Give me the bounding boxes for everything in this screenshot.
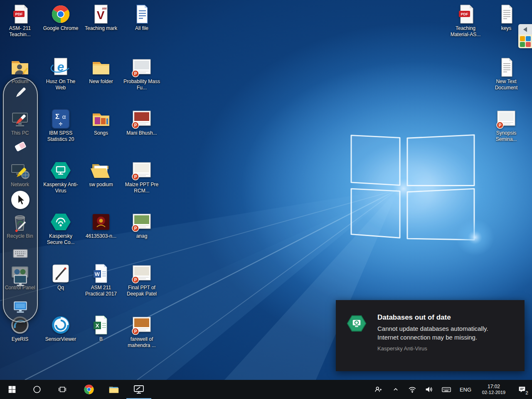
tray-overflow-button[interactable] bbox=[387, 380, 404, 399]
start-button[interactable] bbox=[0, 380, 24, 399]
desktop-icon[interactable]: WASM 211 Practical 2017 bbox=[81, 264, 121, 297]
svg-text:α: α bbox=[62, 113, 66, 120]
red-pen-icon bbox=[12, 111, 29, 128]
desktop-icon[interactable]: Pfarewell of mahendra ... bbox=[122, 315, 162, 348]
desktop-icon[interactable]: Kaspersky Secure Co... bbox=[41, 212, 81, 245]
desktop-icon[interactable]: PProbability Mass Fu... bbox=[122, 57, 162, 91]
ppt-icon: P bbox=[130, 160, 153, 180]
desktop[interactable]: PDFASM- 211 Teachin...PodiumThis PCNetwo… bbox=[0, 0, 532, 380]
network-tray-button[interactable] bbox=[404, 380, 421, 399]
desktop-icon[interactable]: eHusz On The Web bbox=[41, 57, 81, 91]
desktop-icon[interactable]: New Text Document bbox=[486, 57, 526, 91]
toast-text: Databases out of date Cannot update data… bbox=[377, 313, 502, 371]
desktop-icon[interactable]: PMaize PPT Pre RCM... bbox=[122, 160, 162, 194]
red-pen-tool[interactable] bbox=[10, 109, 30, 130]
desktop-icon[interactable]: Kaspersky Anti-Virus bbox=[41, 160, 81, 194]
clock-time: 17:02 bbox=[488, 384, 500, 390]
desktop-icon-label: New folder bbox=[89, 79, 113, 85]
desktop-icon[interactable]: Songs bbox=[81, 109, 121, 136]
desktop-icon-label: Maize PPT Pre RCM... bbox=[122, 182, 161, 194]
pdf-icon: PDF bbox=[8, 4, 32, 24]
desktop-icon-label: Teaching Material-AS... bbox=[446, 25, 485, 37]
desktop-icon[interactable]: sw podium bbox=[81, 160, 121, 188]
windows-logo-icon bbox=[8, 385, 16, 394]
dock-palette-button[interactable] bbox=[518, 34, 532, 48]
desktop-icon[interactable]: New folder bbox=[81, 57, 121, 85]
taskbar-chrome-button[interactable] bbox=[76, 380, 101, 399]
cursor-tool[interactable] bbox=[11, 191, 30, 209]
toast-title: Databases out of date bbox=[377, 313, 502, 322]
dock-collapse-button[interactable] bbox=[518, 24, 532, 34]
desktop-icon-label: Qq bbox=[57, 285, 64, 291]
action-center-button[interactable]: 2 bbox=[512, 380, 532, 399]
blue-tile-icon bbox=[526, 36, 531, 41]
chrome-icon bbox=[49, 4, 72, 24]
desktop-icon[interactable]: PDFASM- 211 Teachin... bbox=[0, 4, 40, 37]
svg-text:P: P bbox=[134, 123, 137, 128]
eraser-tool[interactable] bbox=[10, 136, 30, 157]
desktop-icon[interactable]: All file bbox=[122, 4, 162, 32]
cortana-search-button[interactable] bbox=[24, 380, 50, 399]
vmark-icon: VAM bbox=[89, 4, 113, 24]
desktop-icon-label: Husz On The Web bbox=[41, 79, 80, 91]
cortana-circle-icon bbox=[32, 385, 42, 394]
kaspersky-icon bbox=[346, 313, 367, 371]
task-view-button[interactable] bbox=[50, 380, 75, 399]
svg-text:P: P bbox=[134, 71, 137, 76]
bluedoc-icon bbox=[130, 4, 153, 24]
desktop-icon[interactable]: Σα÷IBM SPSS Statistics 20 bbox=[41, 109, 81, 142]
desktop-icon-label: Probability Mass Fu... bbox=[122, 79, 161, 91]
notification-toast[interactable]: Databases out of date Cannot update data… bbox=[336, 300, 525, 371]
desktop-icon[interactable]: PMani Bhush... bbox=[122, 109, 162, 136]
cursor-icon bbox=[12, 191, 29, 209]
red-tile-icon bbox=[526, 42, 531, 47]
desktop-icon-label: Kaspersky Anti-Virus bbox=[41, 182, 80, 194]
desktop-icon[interactable]: PSynopsis Semina... bbox=[486, 109, 526, 142]
desktop-icon-label: IBM SPSS Statistics 20 bbox=[41, 130, 80, 142]
svg-text:P: P bbox=[134, 329, 137, 334]
display-icon bbox=[12, 298, 29, 316]
ppt-icon: P bbox=[130, 57, 153, 77]
desktop-icon[interactable]: Qq bbox=[41, 264, 81, 291]
volume-tray-button[interactable] bbox=[421, 380, 437, 399]
desktop-icon-label: SensorViewer bbox=[45, 336, 76, 342]
desktop-icon[interactable]: PFinal PPT of Deepak Patel bbox=[122, 264, 162, 297]
openfolder-icon bbox=[89, 160, 113, 180]
ppt-icon: P bbox=[130, 212, 153, 232]
touch-keyboard-tray-button[interactable] bbox=[437, 380, 456, 399]
language-indicator[interactable]: ENG bbox=[456, 380, 475, 399]
desktop-icon[interactable]: VAMTeaching mark bbox=[81, 4, 121, 32]
laser-pen-icon bbox=[12, 218, 29, 236]
desktop-icon[interactable]: Google Chrome bbox=[41, 4, 81, 32]
svg-text:AM: AM bbox=[102, 7, 107, 10]
desktop-icon[interactable]: PDFTeaching Material-AS... bbox=[446, 4, 485, 37]
svg-text:PDF: PDF bbox=[461, 12, 469, 16]
laser-pen-tool[interactable] bbox=[10, 217, 30, 237]
desktop-icon[interactable]: Panag bbox=[122, 212, 162, 239]
word-icon: W bbox=[89, 264, 113, 283]
desktop-icon-label: All file bbox=[135, 25, 148, 32]
taskbar: ENG 17:02 02-12-2019 2 bbox=[0, 380, 532, 399]
keyboard-tool[interactable] bbox=[10, 243, 30, 264]
desktop-icon-label: Teaching mark bbox=[85, 25, 117, 32]
desktop-icon[interactable]: SensorViewer bbox=[41, 315, 81, 342]
screen-tool[interactable] bbox=[10, 270, 30, 291]
desktop-icon-label: Final PPT of Deepak Patel bbox=[122, 285, 161, 297]
svg-text:X: X bbox=[96, 323, 99, 329]
file-explorer-icon bbox=[108, 384, 119, 394]
people-button[interactable] bbox=[369, 380, 387, 399]
taskbar-presenter-button[interactable] bbox=[126, 380, 151, 399]
desktop-icon[interactable]: 46135303-n... bbox=[81, 212, 121, 239]
desktop-icon[interactable]: XB bbox=[81, 315, 121, 342]
taskbar-explorer-button[interactable] bbox=[101, 380, 126, 399]
svg-text:V: V bbox=[97, 9, 105, 22]
chevron-up-icon bbox=[392, 385, 400, 394]
excel-icon: X bbox=[89, 315, 113, 335]
ppt-icon: P bbox=[130, 264, 153, 283]
highlighter-tool[interactable] bbox=[10, 163, 30, 184]
desktop-icon-label: B bbox=[99, 336, 103, 342]
svg-text:P: P bbox=[134, 175, 137, 179]
taskbar-clock[interactable]: 17:02 02-12-2019 bbox=[475, 380, 512, 399]
display-tool[interactable] bbox=[10, 297, 30, 318]
pen-tool[interactable] bbox=[10, 82, 30, 103]
